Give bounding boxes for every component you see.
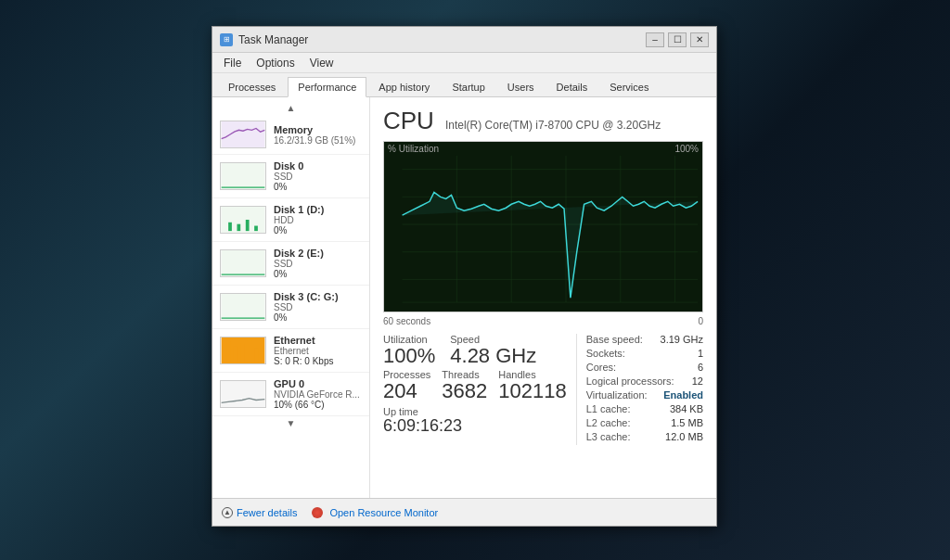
svg-rect-15 [222, 381, 265, 407]
tab-services[interactable]: Services [599, 77, 659, 96]
ethernet-name: Ethernet [274, 335, 362, 346]
processes-section: Processes 204 [383, 369, 430, 402]
chart-pct-label: 100% [674, 144, 699, 154]
sockets-value: 1 [698, 348, 703, 359]
cores-label: Cores: [586, 362, 616, 373]
fewer-details-label: Fewer details [237, 507, 297, 518]
memory-usage: 16.2/31.9 GB (51%) [274, 135, 362, 146]
svg-rect-11 [234, 346, 238, 362]
sidebar-item-ethernet[interactable]: Ethernet Ethernet S: 0 R: 0 Kbps [212, 329, 369, 373]
handles-section: Handles 102118 [498, 369, 566, 402]
cpu-chart: % Utilization 100% [383, 141, 703, 312]
window-controls: – ☐ ✕ [646, 32, 709, 47]
title-bar: ⊞ Task Manager – ☐ ✕ [212, 27, 716, 53]
menu-bar: File Options View [212, 53, 716, 73]
logical-row: Logical processors: 12 [586, 375, 703, 387]
tab-performance[interactable]: Performance [288, 77, 366, 97]
menu-file[interactable]: File [216, 55, 249, 71]
tab-bar: Processes Performance App history Startu… [212, 73, 716, 97]
disk0-type: SSD [274, 172, 362, 182]
svg-rect-6 [254, 226, 258, 232]
l2-label: L2 cache: [586, 417, 631, 428]
gpu-info: GPU 0 NVIDIA GeForce R... 10% (66 °C) [274, 378, 362, 410]
speed-section: Speed 4.28 GHz [450, 334, 536, 367]
speed-value: 4.28 GHz [450, 345, 536, 367]
disk2-graph [220, 249, 266, 277]
scroll-up-button[interactable]: ▲ [212, 101, 369, 115]
uptime-value: 6:09:16:23 [383, 417, 567, 436]
sidebar-item-disk2[interactable]: Disk 2 (E:) SSD 0% [212, 242, 369, 286]
svg-rect-10 [226, 342, 231, 362]
fewer-details-link[interactable]: ▲ Fewer details [222, 507, 297, 518]
l3-value: 12.0 MB [665, 431, 703, 442]
menu-options[interactable]: Options [249, 55, 302, 71]
tab-startup[interactable]: Startup [442, 77, 494, 96]
disk2-name: Disk 2 (E:) [274, 248, 362, 259]
open-monitor-link[interactable]: Open Resource Monitor [312, 507, 438, 518]
cpu-subtitle: Intel(R) Core(TM) i7-8700 CPU @ 3.20GHz [445, 119, 661, 132]
threads-value: 3682 [442, 380, 487, 402]
open-monitor-label: Open Resource Monitor [329, 507, 438, 518]
disk3-type: SSD [274, 302, 362, 312]
tab-processes[interactable]: Processes [218, 77, 286, 96]
svg-rect-14 [254, 348, 259, 362]
handles-value: 102118 [498, 380, 566, 402]
disk3-info: Disk 3 (C: G:) SSD 0% [274, 291, 362, 323]
l1-row: L1 cache: 384 KB [586, 403, 703, 414]
gpu-val: 10% (66 °C) [274, 400, 362, 410]
sidebar: ▲ Memory 16.2/31.9 GB (51%) [212, 97, 370, 498]
svg-rect-16 [384, 142, 702, 312]
sidebar-item-disk1[interactable]: Disk 1 (D:) HDD 0% [212, 198, 369, 242]
logical-value: 12 [692, 375, 703, 387]
tab-details[interactable]: Details [546, 77, 598, 96]
svg-rect-7 [222, 250, 265, 276]
disk1-graph [220, 206, 266, 234]
gpu-graph [220, 380, 266, 408]
base-speed-value: 3.19 GHz [661, 334, 703, 345]
l1-label: L1 cache: [586, 403, 631, 414]
svg-rect-4 [237, 224, 240, 231]
sidebar-item-disk0[interactable]: Disk 0 SSD 0% [212, 155, 369, 198]
sidebar-item-disk3[interactable]: Disk 3 (C: G:) SSD 0% [212, 286, 369, 329]
svg-rect-12 [240, 344, 245, 363]
disk0-info: Disk 0 SSD 0% [274, 160, 362, 192]
close-button[interactable]: ✕ [690, 32, 709, 47]
ethernet-graph [220, 337, 266, 364]
uptime-section: Up time 6:09:16:23 [383, 406, 567, 436]
svg-rect-8 [222, 294, 265, 320]
utilization-section: Utilization 100% [383, 334, 435, 367]
disk2-info: Disk 2 (E:) SSD 0% [274, 248, 362, 279]
tab-app-history[interactable]: App history [368, 77, 440, 96]
app-icon: ⊞ [220, 33, 233, 46]
disk0-val: 0% [274, 182, 362, 192]
disk0-graph [220, 162, 266, 190]
disk3-val: 0% [274, 312, 362, 323]
ethernet-info: Ethernet Ethernet S: 0 R: 0 Kbps [274, 335, 362, 366]
stats-grid: Utilization 100% Speed 4.28 GHz Processe… [383, 334, 703, 445]
menu-view[interactable]: View [302, 55, 341, 71]
resource-monitor-icon [312, 507, 323, 518]
cores-row: Cores: 6 [586, 362, 703, 373]
disk2-type: SSD [274, 259, 362, 269]
tab-users[interactable]: Users [497, 77, 545, 96]
logical-label: Logical processors: [586, 375, 674, 387]
maximize-button[interactable]: ☐ [668, 32, 687, 47]
cpu-title: CPU [383, 107, 434, 135]
disk0-name: Disk 0 [274, 160, 362, 172]
virtualization-value: Enabled [663, 389, 703, 401]
sidebar-item-memory[interactable]: Memory 16.2/31.9 GB (51%) [212, 115, 369, 155]
chart-zero-label: 0 [698, 316, 703, 326]
memory-info: Memory 16.2/31.9 GB (51%) [274, 124, 362, 146]
base-speed-row: Base speed: 3.19 GHz [586, 334, 703, 345]
scroll-down-button[interactable]: ▼ [212, 416, 369, 430]
sidebar-item-gpu[interactable]: GPU 0 NVIDIA GeForce R... 10% (66 °C) [212, 373, 369, 416]
minimize-button[interactable]: – [646, 32, 664, 47]
stats-left: Utilization 100% Speed 4.28 GHz Processe… [383, 334, 576, 445]
svg-rect-1 [222, 163, 265, 189]
right-panel: CPU Intel(R) Core(TM) i7-8700 CPU @ 3.20… [370, 97, 716, 498]
chevron-up-icon: ▲ [222, 507, 233, 518]
disk3-graph [220, 293, 266, 321]
l1-value: 384 KB [670, 403, 703, 414]
l2-value: 1.5 MB [671, 417, 703, 428]
virtualization-label: Virtualization: [586, 389, 648, 401]
